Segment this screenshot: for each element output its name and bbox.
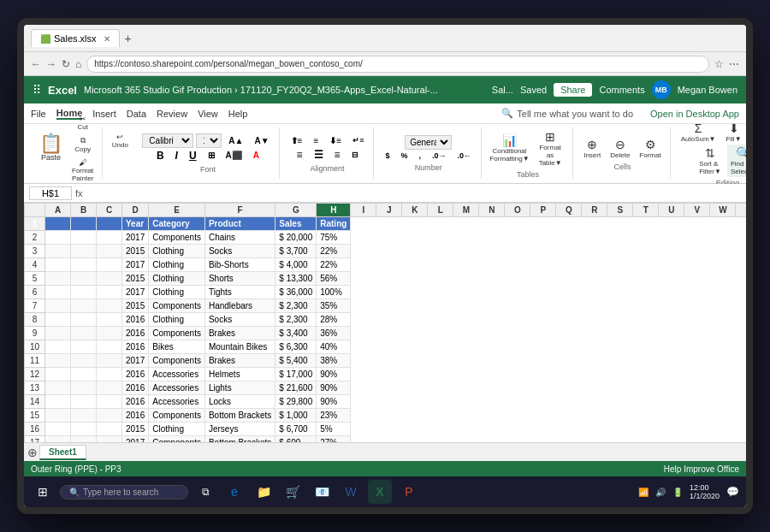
data-cell[interactable]: Clothing bbox=[149, 245, 205, 258]
col-header-R[interactable]: R bbox=[582, 204, 607, 217]
align-bottom-button[interactable]: ⬇≡ bbox=[325, 134, 346, 147]
volume-icon[interactable]: 🔊 bbox=[655, 488, 666, 497]
back-button[interactable]: ← bbox=[31, 58, 41, 70]
data-cell[interactable]: Jerseys bbox=[204, 423, 275, 436]
empty-cell[interactable] bbox=[45, 409, 71, 423]
number-format-select[interactable]: General bbox=[405, 135, 452, 150]
data-cell[interactable]: 75% bbox=[317, 231, 351, 245]
empty-cell[interactable] bbox=[71, 231, 97, 245]
data-cell[interactable]: 2016 bbox=[122, 327, 149, 340]
find-select-button[interactable]: 🔍 Find &Select▼ bbox=[727, 145, 746, 177]
data-cell[interactable]: $ 3,400 bbox=[275, 327, 317, 340]
empty-cell[interactable] bbox=[97, 217, 122, 231]
address-bar[interactable]: https://contoso.sharepoint.com/personal/… bbox=[86, 56, 709, 73]
empty-cell[interactable] bbox=[97, 258, 122, 272]
data-cell[interactable]: 2016 bbox=[122, 381, 149, 395]
data-cell[interactable]: 38% bbox=[317, 354, 351, 368]
menu-data[interactable]: Data bbox=[127, 109, 146, 119]
data-cell[interactable]: Components bbox=[149, 436, 205, 443]
new-tab-button[interactable]: + bbox=[125, 32, 132, 45]
forward-button[interactable]: → bbox=[46, 58, 56, 70]
col-header-L[interactable]: L bbox=[428, 204, 453, 217]
empty-cell[interactable] bbox=[71, 327, 97, 340]
data-cell[interactable]: 2016 bbox=[122, 368, 149, 381]
underline-button[interactable]: U bbox=[185, 148, 201, 163]
header-cell-product[interactable]: Product bbox=[204, 217, 275, 231]
copy-button[interactable]: ⧉Copy bbox=[68, 134, 97, 155]
data-cell[interactable]: 22% bbox=[317, 258, 351, 272]
col-header-C[interactable]: C bbox=[97, 204, 122, 217]
empty-cell[interactable] bbox=[45, 231, 71, 245]
excel-taskbar-button[interactable]: X bbox=[368, 480, 392, 504]
align-top-button[interactable]: ⬆≡ bbox=[287, 134, 307, 147]
col-header-M[interactable]: M bbox=[453, 204, 479, 217]
comma-button[interactable]: , bbox=[414, 150, 425, 162]
data-cell[interactable]: Clothing bbox=[149, 272, 205, 286]
empty-cell[interactable] bbox=[97, 340, 122, 354]
empty-cell[interactable] bbox=[71, 258, 97, 272]
empty-cell[interactable] bbox=[45, 423, 71, 436]
data-cell[interactable]: Socks bbox=[204, 313, 275, 327]
empty-cell[interactable] bbox=[71, 395, 97, 409]
data-cell[interactable]: Clothing bbox=[149, 313, 205, 327]
data-cell[interactable]: Bib-Shorts bbox=[204, 258, 275, 272]
data-cell[interactable]: 56% bbox=[317, 272, 351, 286]
home-button[interactable]: ⌂ bbox=[75, 58, 81, 70]
store-button[interactable]: 🛒 bbox=[281, 480, 305, 504]
data-cell[interactable]: Clothing bbox=[149, 423, 205, 436]
col-header-P[interactable]: P bbox=[530, 204, 556, 217]
empty-cell[interactable] bbox=[71, 423, 97, 436]
empty-cell[interactable] bbox=[97, 409, 122, 423]
fill-color-button[interactable]: A⬛ bbox=[222, 149, 246, 162]
data-cell[interactable]: 100% bbox=[317, 286, 351, 299]
currency-button[interactable]: $ bbox=[381, 150, 394, 162]
data-cell[interactable]: Components bbox=[149, 327, 205, 340]
data-cell[interactable]: 90% bbox=[317, 368, 351, 381]
empty-cell[interactable] bbox=[71, 286, 97, 299]
cell-name-box[interactable]: H$1 bbox=[29, 186, 72, 200]
col-header-J[interactable]: J bbox=[376, 204, 402, 217]
col-header-Q[interactable]: Q bbox=[556, 204, 582, 217]
autosum-button[interactable]: Σ AutoSum▼ bbox=[678, 120, 720, 145]
header-cell-rating[interactable]: Rating bbox=[317, 217, 351, 231]
font-size-select[interactable]: 11 bbox=[196, 133, 222, 148]
align-center-button[interactable]: ☰ bbox=[310, 147, 328, 163]
empty-cell[interactable] bbox=[71, 217, 97, 231]
empty-cell[interactable] bbox=[71, 409, 97, 423]
settings-icon[interactable]: ⋯ bbox=[729, 58, 739, 70]
data-cell[interactable]: 2015 bbox=[122, 245, 149, 258]
taskbar-search[interactable]: 🔍 Type here to search bbox=[60, 485, 188, 499]
empty-cell[interactable] bbox=[97, 381, 122, 395]
cut-button[interactable]: ✂Cut bbox=[68, 113, 97, 133]
empty-cell[interactable] bbox=[45, 395, 71, 409]
italic-button[interactable]: I bbox=[171, 148, 182, 163]
data-cell[interactable]: Accessories bbox=[149, 381, 205, 395]
share-button[interactable]: Share bbox=[554, 83, 592, 97]
empty-cell[interactable] bbox=[71, 340, 97, 354]
data-cell[interactable]: 27% bbox=[317, 436, 351, 443]
font-color-button[interactable]: A bbox=[249, 149, 264, 162]
data-cell[interactable]: Accessories bbox=[149, 368, 205, 381]
data-cell[interactable]: 2015 bbox=[122, 272, 149, 286]
data-cell[interactable]: 35% bbox=[317, 299, 351, 313]
empty-cell[interactable] bbox=[45, 381, 71, 395]
empty-cell[interactable] bbox=[45, 217, 71, 231]
data-cell[interactable]: 90% bbox=[317, 395, 351, 409]
empty-cell[interactable] bbox=[45, 368, 71, 381]
task-view-button[interactable]: ⧉ bbox=[193, 480, 217, 504]
data-cell[interactable]: $ 5,400 bbox=[275, 354, 317, 368]
data-cell[interactable]: 2016 bbox=[122, 409, 149, 423]
col-header-E[interactable]: E bbox=[149, 204, 205, 217]
data-cell[interactable]: 90% bbox=[317, 381, 351, 395]
data-cell[interactable]: Components bbox=[149, 231, 205, 245]
data-cell[interactable]: 2015 bbox=[122, 299, 149, 313]
data-cell[interactable]: $ 20,000 bbox=[275, 231, 317, 245]
menu-view[interactable]: View bbox=[198, 109, 218, 119]
outlook-button[interactable]: 📧 bbox=[310, 480, 334, 504]
font-family-select[interactable]: Calibri bbox=[142, 133, 193, 148]
undo-button[interactable]: ↩ Undo bbox=[108, 131, 132, 151]
sheet-tab-sheet1[interactable]: Sheet1 bbox=[39, 445, 86, 460]
data-cell[interactable]: Lights bbox=[204, 381, 275, 395]
empty-cell[interactable] bbox=[97, 436, 122, 443]
start-button[interactable]: ⊞ bbox=[31, 480, 55, 504]
